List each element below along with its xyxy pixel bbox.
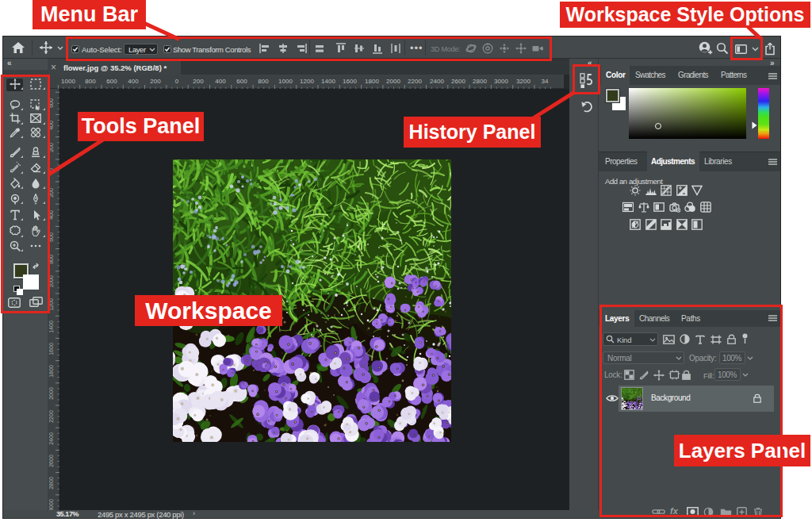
svg-text:2200: 2200 xyxy=(408,78,422,85)
svg-text:3000: 3000 xyxy=(48,499,54,510)
svg-text:800: 800 xyxy=(85,78,96,85)
svg-text:2000: 2000 xyxy=(386,78,400,85)
svg-text:1800: 1800 xyxy=(48,365,54,378)
svg-text:2800: 2800 xyxy=(48,477,54,489)
svg-text:1400: 1400 xyxy=(48,320,54,333)
svg-text:0: 0 xyxy=(175,78,179,85)
svg-text:200: 200 xyxy=(150,78,161,85)
svg-text:800: 800 xyxy=(258,78,269,85)
svg-text:2000: 2000 xyxy=(48,387,54,400)
svg-text:1800: 1800 xyxy=(365,78,379,85)
svg-text:2400: 2400 xyxy=(48,432,54,445)
svg-text:1000: 1000 xyxy=(61,78,75,85)
svg-text:2600: 2600 xyxy=(451,78,465,85)
svg-text:2200: 2200 xyxy=(48,410,54,423)
svg-text:1600: 1600 xyxy=(343,78,357,85)
svg-text:1000: 1000 xyxy=(278,78,293,85)
svg-text:200: 200 xyxy=(193,78,204,85)
svg-text:1200: 1200 xyxy=(300,78,314,85)
svg-text:34: 34 xyxy=(542,78,549,85)
svg-text:400: 400 xyxy=(128,78,139,85)
svg-text:600: 600 xyxy=(236,78,247,85)
svg-text:600: 600 xyxy=(106,78,117,85)
svg-text:2800: 2800 xyxy=(473,78,487,85)
svg-text:3000: 3000 xyxy=(494,78,508,85)
svg-text:2600: 2600 xyxy=(48,455,54,467)
svg-text:1600: 1600 xyxy=(48,343,54,355)
svg-text:1400: 1400 xyxy=(321,78,335,85)
svg-text:3200: 3200 xyxy=(516,78,530,85)
svg-text:2400: 2400 xyxy=(430,78,444,85)
svg-text:400: 400 xyxy=(215,78,226,85)
